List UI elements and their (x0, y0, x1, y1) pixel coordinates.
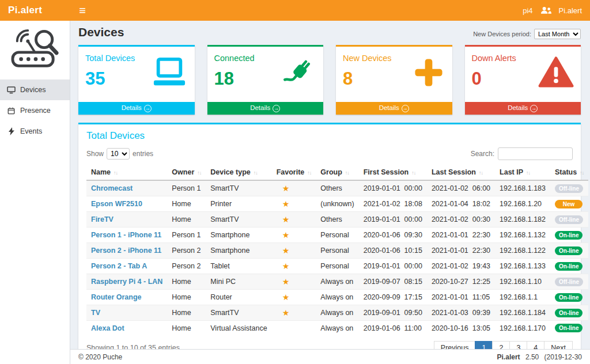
column-header-name[interactable]: Name↑↓ (86, 165, 167, 180)
name-cell: Person 2 - Tab A (86, 259, 167, 274)
last-session-cell: 2021-01-02 00:30 (427, 212, 495, 227)
owner-cell: Person 1 (167, 227, 206, 243)
page-button-1[interactable]: 1 (475, 341, 493, 349)
device-type-cell: Virtual Assistance (206, 321, 271, 336)
lightning-bolt-icon (7, 127, 16, 135)
group-cell: Always on (316, 321, 358, 336)
new-devices-period-control: New Devices period: Last Month (473, 29, 581, 39)
status-badge: On-line (555, 293, 583, 302)
device-name-link[interactable]: Person 2 - Tab A (91, 262, 147, 270)
column-header-last-session[interactable]: Last Session↑↓ (427, 165, 495, 180)
new-devices-details-button[interactable]: Details→ (336, 102, 452, 115)
page-length-select[interactable]: 10 (107, 148, 130, 160)
device-name-link[interactable]: TV (91, 309, 100, 317)
sidebar-item-presence[interactable]: Presence (0, 100, 70, 121)
owner-cell: Home (167, 196, 206, 212)
group-cell: Always on (316, 305, 358, 321)
table-row: TVHomeSmartTV★Always on2019-09-01 09:502… (86, 305, 588, 321)
sort-icon: ↑↓ (307, 170, 311, 176)
previous-page-button[interactable]: Previous (434, 341, 476, 349)
device-type-cell: Mini PC (206, 274, 271, 290)
box-title: Connected (214, 54, 255, 63)
page-button-4[interactable]: 4 (527, 341, 544, 349)
status-badge: Off-line (555, 278, 583, 286)
users-icon[interactable] (540, 6, 551, 14)
favorite-cell: ★ (272, 290, 316, 305)
owner-cell: Person 1 (167, 180, 206, 196)
group-cell: Always on (316, 290, 358, 305)
details-label: Details (379, 104, 399, 111)
connected-details-button[interactable]: Details→ (207, 102, 324, 115)
box-title: Down Alerts (472, 54, 516, 63)
page-button-2[interactable]: 2 (492, 341, 510, 349)
down-alerts-details-button[interactable]: Details→ (465, 102, 581, 115)
first-session-cell: 2019-09-07 08:15 (359, 274, 427, 290)
user-label[interactable]: Pi.alert (559, 6, 582, 15)
owner-cell: Home (167, 321, 206, 336)
first-session-cell: 2019-01-01 00:00 (359, 212, 427, 227)
devices-table-panel: Total Devices Show10entries Search: Name… (78, 123, 581, 349)
first-session-cell: 2019-09-01 09:50 (359, 305, 427, 321)
device-name-link[interactable]: Chromecast (91, 184, 133, 192)
name-cell: Person 2 - iPhone 11 (86, 243, 167, 259)
device-type-cell: Printer (206, 196, 271, 212)
first-session-cell: 2019-01-06 11:00 (359, 321, 427, 336)
device-name-link[interactable]: Raspberry Pi 4 - LAN (91, 278, 162, 286)
sidebar-item-events[interactable]: Events (0, 121, 70, 142)
column-header-status[interactable]: Status↑↓ (550, 165, 588, 180)
last-ip-cell: 192.168.1.170 (495, 321, 550, 336)
sidebar: Devices Presence Events (0, 21, 70, 364)
favorite-cell: ★ (272, 274, 316, 290)
sidebar-item-devices[interactable]: Devices (0, 79, 70, 100)
name-cell: FireTV (86, 212, 167, 227)
device-name-link[interactable]: Epson WF2510 (91, 200, 142, 208)
arrow-circle-icon: → (144, 105, 152, 112)
brand-logo[interactable]: Pi.alert (0, 5, 70, 16)
status-badge: On-line (555, 324, 583, 332)
last-ip-cell: 192.168.1.132 (495, 227, 550, 243)
first-session-cell: 2020-09-09 17:15 (359, 290, 427, 305)
column-header-favorite[interactable]: Favorite↑↓ (272, 165, 316, 180)
details-label: Details (508, 104, 528, 111)
device-name-link[interactable]: Router Orange (91, 293, 142, 301)
next-page-button[interactable]: Next (544, 341, 573, 349)
arrow-circle-icon: → (530, 105, 538, 112)
page-button-3[interactable]: 3 (509, 341, 527, 349)
last-ip-cell: 192.168.1.1 (495, 290, 550, 305)
sidebar-item-label: Presence (20, 107, 51, 115)
device-name-link[interactable]: Person 2 - iPhone 11 (91, 247, 161, 255)
arrow-circle-icon: → (273, 105, 280, 112)
device-name-link[interactable]: Person 1 - iPhone 11 (91, 231, 161, 239)
search-control: Search: (471, 147, 573, 160)
favorite-star-icon: ★ (282, 230, 290, 240)
column-header-owner[interactable]: Owner↑↓ (167, 165, 206, 180)
hamburger-menu-icon[interactable]: ≡ (70, 0, 94, 21)
favorite-star-icon: ★ (282, 246, 290, 255)
column-label: Group (320, 168, 342, 176)
column-header-first-session[interactable]: First Session↑↓ (359, 165, 427, 180)
laptop-icon (151, 56, 188, 92)
new-devices-period-select[interactable]: Last Month (534, 29, 581, 39)
table-row: Person 2 - iPhone 11Person 2Smartphone★P… (86, 243, 588, 259)
column-header-device-type[interactable]: Device type↑↓ (206, 165, 271, 180)
status-badge: On-line (555, 262, 583, 271)
owner-cell: Home (167, 290, 206, 305)
devices-table: Name↑↓Owner↑↓Device type↑↓Favorite↑↓Grou… (86, 165, 588, 335)
footer-version: 2.50 (525, 353, 539, 361)
favorite-star-icon: ★ (282, 277, 290, 286)
owner-cell: Person 2 (167, 243, 206, 259)
copyright-label: © 2020 Puche (78, 353, 122, 361)
column-label: Last IP (500, 168, 523, 176)
total-devices-details-button[interactable]: Details→ (78, 102, 195, 115)
status-cell: On-line (550, 305, 588, 321)
device-name-link[interactable]: Alexa Dot (91, 324, 124, 332)
sort-icon: ↑↓ (114, 170, 118, 176)
name-cell: Raspberry Pi 4 - LAN (86, 274, 167, 290)
device-table-head-row: Name↑↓Owner↑↓Device type↑↓Favorite↑↓Grou… (86, 165, 588, 180)
device-name-link[interactable]: FireTV (91, 215, 114, 223)
search-input[interactable] (498, 147, 573, 160)
column-header-last-ip[interactable]: Last IP↑↓ (495, 165, 550, 180)
owner-cell: Home (167, 212, 206, 227)
favorite-cell: ★ (272, 196, 316, 212)
column-header-group[interactable]: Group↑↓ (316, 165, 358, 180)
